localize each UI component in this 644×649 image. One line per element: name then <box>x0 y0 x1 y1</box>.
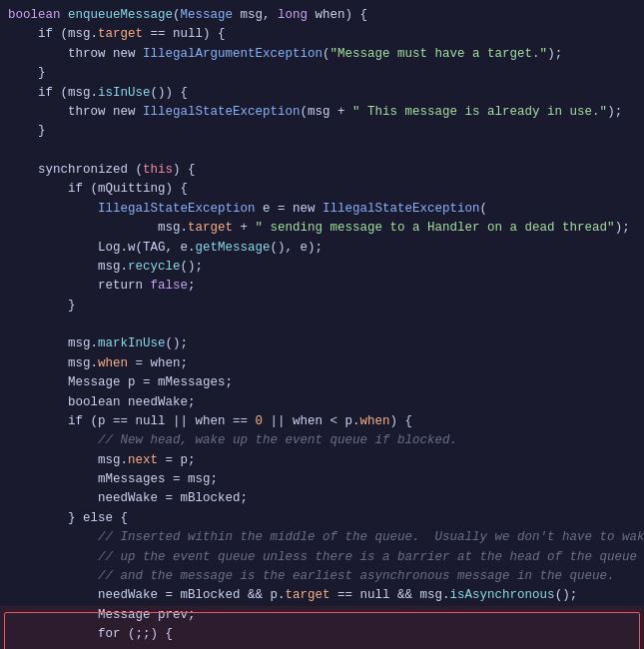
code-line: // up the event queue unless there is a … <box>0 548 644 567</box>
token: } <box>8 124 46 138</box>
line-content: // up the event queue unless there is a … <box>8 548 637 567</box>
line-content: throw new IllegalArgumentException("Mess… <box>8 45 636 64</box>
token: } else { <box>8 511 128 525</box>
token <box>8 530 98 544</box>
code-line: // Inserted within the middle of the que… <box>0 528 644 547</box>
line-content: msg.recycle(); <box>8 258 636 277</box>
line-content: Message p = mMessages; <box>8 373 636 392</box>
line-content: // and the message is the earliest async… <box>8 567 636 586</box>
code-line: if (p == null || when == 0 || when < p.w… <box>0 412 644 431</box>
token: false <box>151 279 189 293</box>
line-content: needWake = mBlocked; <box>8 489 636 508</box>
code-line: mMessages = msg; <box>0 470 644 489</box>
line-content: needWake = mBlocked && p.target == null … <box>8 586 636 605</box>
code-line: boolean enqueueMessage(Message msg, long… <box>0 6 644 25</box>
token: for (;;) { <box>8 627 173 641</box>
line-content: } <box>8 122 636 141</box>
token: = p; <box>158 453 196 467</box>
token: ); <box>607 105 622 119</box>
token: throw new <box>8 105 143 119</box>
code-line: } <box>0 297 644 316</box>
line-content: // New head, wake up the event queue if … <box>8 431 636 450</box>
line-content: msg.when = when; <box>8 354 636 373</box>
code-line: msg.target + " sending message to a Hand… <box>0 219 644 238</box>
line-content: throw new IllegalStateException(msg + " … <box>8 103 636 122</box>
line-content: for (;;) { <box>8 625 636 644</box>
token: ( <box>173 8 181 22</box>
line-content: prev = p; <box>8 644 636 649</box>
token: (); <box>181 260 204 274</box>
token: isInUse <box>98 86 151 100</box>
code-line: IllegalStateException e = new IllegalSta… <box>0 200 644 219</box>
token: msg, <box>241 8 279 22</box>
token: (msg + <box>301 105 353 119</box>
line-content: if (mQuitting) { <box>8 180 636 199</box>
token: ) { <box>390 414 413 428</box>
token: = when; <box>128 356 188 370</box>
token: ( <box>480 202 488 216</box>
code-line: // New head, wake up the event queue if … <box>0 431 644 450</box>
token: mMessages = msg; <box>8 472 218 486</box>
token: Message p = mMessages; <box>8 375 233 389</box>
token: ()) { <box>151 86 189 100</box>
token: Message prev; <box>8 608 196 622</box>
token: if (mQuitting) { <box>8 182 188 196</box>
line-content: } <box>8 297 636 316</box>
line-content: msg.next = p; <box>8 451 636 470</box>
token <box>8 569 98 583</box>
line-content: mMessages = msg; <box>8 470 636 489</box>
token: // Inserted within the middle of the que… <box>98 530 644 544</box>
line-content: boolean needWake; <box>8 393 636 412</box>
token: || when < p. <box>263 414 360 428</box>
code-line: msg.recycle(); <box>0 258 644 277</box>
code-line: Message p = mMessages; <box>0 373 644 392</box>
line-content: Log.w(TAG, e.getMessage(), e); <box>8 239 636 258</box>
token: (), e); <box>271 241 323 255</box>
token: msg. <box>8 453 128 467</box>
token: Log.w(TAG, e. <box>8 241 196 255</box>
code-line: } else { <box>0 509 644 528</box>
code-line: synchronized (this) { <box>0 161 644 180</box>
token: when <box>98 356 128 370</box>
token <box>8 433 98 447</box>
token <box>8 550 98 564</box>
token: recycle <box>128 260 181 274</box>
token: msg. <box>8 260 128 274</box>
code-line: msg.next = p; <box>0 451 644 470</box>
token: target <box>188 221 233 235</box>
token: " This message is already in use." <box>352 105 607 119</box>
token: needWake = mBlocked && p. <box>8 588 286 602</box>
line-content: if (msg.isInUse()) { <box>8 84 636 103</box>
code-line: if (msg.target == null) { <box>0 25 644 44</box>
token: synchronized ( <box>8 163 143 177</box>
line-content <box>8 316 636 334</box>
token: long <box>278 8 316 22</box>
code-editor: boolean enqueueMessage(Message msg, long… <box>0 0 644 649</box>
code-line: boolean needWake; <box>0 393 644 412</box>
token: next <box>128 453 158 467</box>
line-content: if (p == null || when == 0 || when < p.w… <box>8 412 636 431</box>
token: enqueueMessage <box>68 8 173 22</box>
code-line: msg.when = when; <box>0 354 644 373</box>
code-line: throw new IllegalStateException(msg + " … <box>0 103 644 122</box>
token: msg. <box>8 336 98 350</box>
token: msg. <box>8 221 188 235</box>
token: ); <box>615 221 630 235</box>
token: == null && msg. <box>330 588 450 602</box>
token: + <box>233 221 256 235</box>
token: throw new <box>8 47 143 61</box>
line-content: boolean enqueueMessage(Message msg, long… <box>8 6 636 25</box>
token: e = new <box>256 202 323 216</box>
line-content: if (msg.target == null) { <box>8 25 636 44</box>
token: return <box>8 279 151 293</box>
code-line: } <box>0 122 644 141</box>
token: (); <box>166 336 189 350</box>
code-line <box>0 142 644 161</box>
token: if (msg. <box>8 86 98 100</box>
token: } <box>8 299 76 313</box>
line-content: // Inserted within the middle of the que… <box>8 528 644 547</box>
token: IllegalArgumentException <box>143 47 322 61</box>
line-content: Message prev; <box>8 606 636 625</box>
token: ; <box>188 279 196 293</box>
token: // and the message is the earliest async… <box>98 569 615 583</box>
